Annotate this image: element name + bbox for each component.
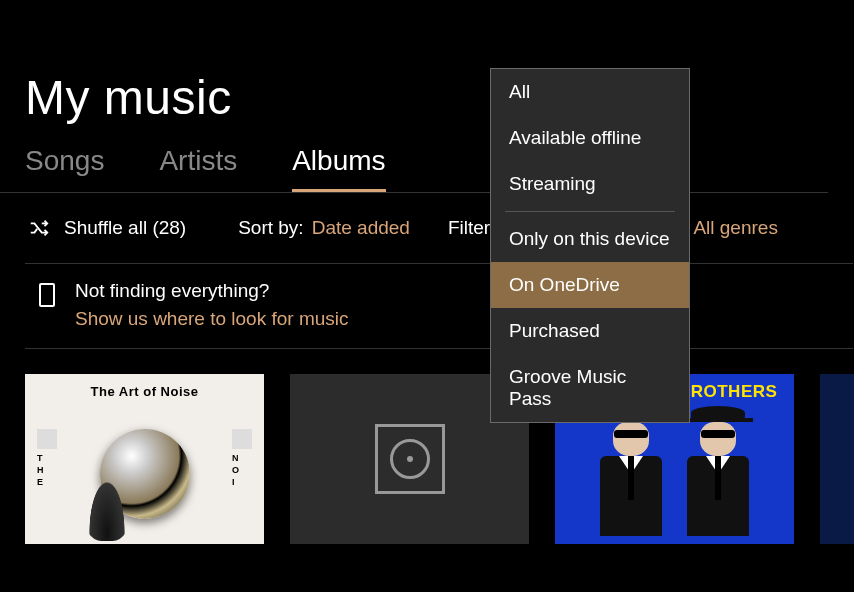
dropdown-separator — [505, 211, 675, 212]
tab-songs[interactable]: Songs — [25, 145, 104, 192]
filter-option-all[interactable]: All — [491, 69, 689, 115]
filter-option-groove[interactable]: Groove Music Pass — [491, 354, 689, 422]
album-placeholder-icon — [375, 424, 445, 494]
sort-by-value[interactable]: Date added — [312, 217, 410, 239]
sort-by-group: Sort by: Date added — [238, 217, 410, 239]
sort-by-label: Sort by: — [238, 217, 303, 239]
hint-row: Not finding everything? Show us where to… — [25, 263, 853, 349]
shuffle-all-button[interactable]: Shuffle all (28) — [28, 217, 186, 239]
toolbar: Shuffle all (28) Sort by: Date added Fil… — [0, 193, 854, 239]
filter-dropdown: All Available offline Streaming Only on … — [490, 68, 690, 423]
shuffle-icon — [28, 217, 50, 239]
filter-group: Filter: — [448, 217, 496, 239]
filter-option-streaming[interactable]: Streaming — [491, 161, 689, 207]
album-tile[interactable] — [820, 374, 854, 544]
filter-option-purchased[interactable]: Purchased — [491, 308, 689, 354]
svg-rect-0 — [40, 284, 54, 306]
tabs: Songs Artists Albums — [0, 125, 828, 193]
filter-option-onedrive[interactable]: On OneDrive — [491, 262, 689, 308]
hint-question: Not finding everything? — [75, 280, 349, 302]
tab-artists[interactable]: Artists — [159, 145, 237, 192]
page-title: My music — [0, 0, 854, 125]
albums-row: The Art of Noise THE NOI THE BLUES BROTH… — [0, 349, 854, 544]
album-title: The Art of Noise — [25, 374, 264, 399]
device-icon — [37, 282, 57, 308]
album-tile[interactable]: The Art of Noise THE NOI — [25, 374, 264, 544]
filter-label: Filter: — [448, 217, 496, 239]
filter-option-offline[interactable]: Available offline — [491, 115, 689, 161]
shuffle-label: Shuffle all (28) — [64, 217, 186, 239]
hint-link[interactable]: Show us where to look for music — [75, 308, 349, 330]
tab-albums[interactable]: Albums — [292, 145, 385, 192]
genres-value[interactable]: All genres — [693, 217, 778, 239]
filter-option-device[interactable]: Only on this device — [491, 216, 689, 262]
